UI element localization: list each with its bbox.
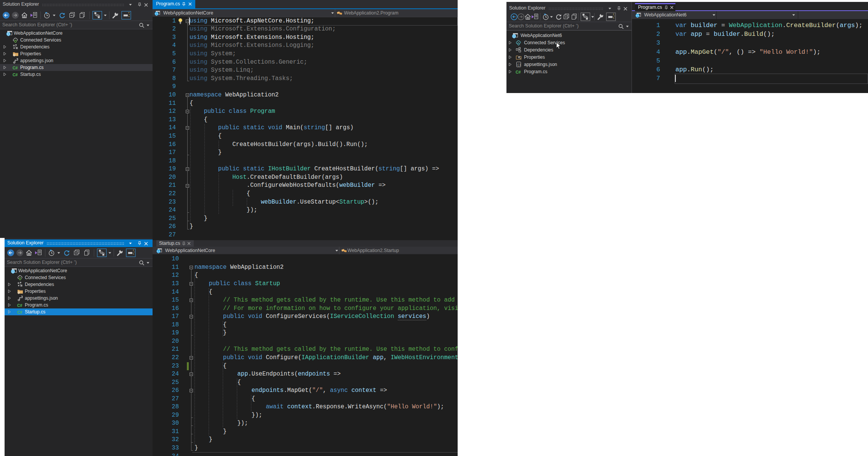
svg-text:{): {): [517, 63, 521, 66]
